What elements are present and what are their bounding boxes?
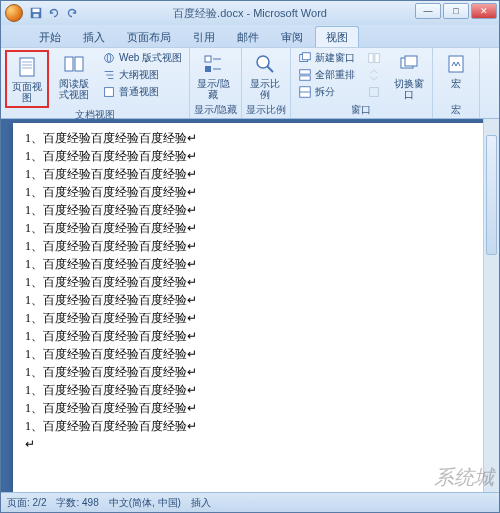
app-window: 百度经验.docx - Microsoft Word — □ ✕ 开始 插入 页… [0, 0, 500, 513]
macros-button[interactable]: 宏 [437, 50, 475, 91]
status-language[interactable]: 中文(简体, 中国) [109, 496, 181, 510]
quick-access-toolbar [29, 6, 79, 20]
outline-view-icon [102, 68, 116, 82]
document-line[interactable]: 1、百度经验百度经验百度经验↵ [25, 273, 479, 291]
tab-review[interactable]: 审阅 [271, 27, 313, 47]
document-line[interactable]: 1、百度经验百度经验百度经验↵ [25, 417, 479, 435]
document-line[interactable]: 1、百度经验百度经验百度经验↵ [25, 183, 479, 201]
showhide-button[interactable]: 显示/隐藏 [194, 50, 232, 102]
zoom-icon [253, 52, 277, 76]
svg-rect-7 [65, 57, 73, 71]
document-line[interactable]: 1、百度经验百度经验百度经验↵ [25, 255, 479, 273]
redo-icon[interactable] [65, 6, 79, 20]
svg-rect-22 [300, 76, 311, 80]
macros-label: 宏 [451, 78, 461, 89]
scroll-thumb[interactable] [486, 135, 497, 255]
new-window-button[interactable]: 新建窗口 [295, 50, 358, 66]
reading-view-button[interactable]: 阅读版式视图 [55, 50, 93, 102]
new-window-icon [298, 51, 312, 65]
document-area[interactable]: 1、百度经验百度经验百度经验↵1、百度经验百度经验百度经验↵1、百度经验百度经验… [1, 119, 499, 492]
titlebar: 百度经验.docx - Microsoft Word — □ ✕ [1, 1, 499, 25]
side-by-side-button[interactable] [364, 50, 384, 66]
tab-start[interactable]: 开始 [29, 27, 71, 47]
svg-rect-3 [20, 58, 34, 76]
svg-rect-14 [105, 88, 114, 97]
svg-rect-8 [75, 57, 83, 71]
minimize-button[interactable]: — [415, 3, 441, 19]
document-line[interactable]: 1、百度经验百度经验百度经验↵ [25, 219, 479, 237]
document-line[interactable]: 1、百度经验百度经验百度经验↵ [25, 147, 479, 165]
switch-windows-label: 切换窗口 [391, 78, 427, 100]
document-line[interactable]: 1、百度经验百度经验百度经验↵ [25, 237, 479, 255]
window-controls: — □ ✕ [413, 3, 497, 19]
document-line[interactable]: 1、百度经验百度经验百度经验↵ [25, 309, 479, 327]
document-line[interactable]: 1、百度经验百度经验百度经验↵ [25, 381, 479, 399]
svg-rect-29 [405, 56, 417, 66]
reading-view-icon [62, 52, 86, 76]
document-line[interactable]: 1、百度经验百度经验百度经验↵ [25, 399, 479, 417]
tab-references[interactable]: 引用 [183, 27, 225, 47]
showhide-label: 显示/隐藏 [195, 78, 231, 100]
page-view-label: 页面视图 [9, 81, 45, 103]
status-insert-mode[interactable]: 插入 [191, 496, 211, 510]
page-view-button[interactable]: 页面视图 [8, 53, 46, 105]
normal-view-icon [102, 85, 116, 99]
reading-view-label: 阅读版式视图 [56, 78, 92, 100]
statusbar: 页面: 2/2 字数: 498 中文(简体, 中国) 插入 [1, 492, 499, 512]
svg-rect-2 [33, 14, 38, 18]
switch-windows-icon [397, 52, 421, 76]
split-icon [298, 85, 312, 99]
macros-icon [444, 52, 468, 76]
document-page[interactable]: 1、百度经验百度经验百度经验↵1、百度经验百度经验百度经验↵1、百度经验百度经验… [13, 123, 487, 492]
status-words[interactable]: 字数: 498 [56, 496, 98, 510]
showhide-icon [201, 52, 225, 76]
reset-position-button[interactable] [364, 84, 384, 100]
split-button[interactable]: 拆分 [295, 84, 358, 100]
svg-rect-15 [205, 56, 211, 62]
document-line[interactable]: 1、百度经验百度经验百度经验↵ [25, 291, 479, 309]
group-label-zoom: 显示比例 [246, 103, 286, 118]
group-window: 新建窗口 全部重排 拆分 切换窗口 窗口 [291, 48, 433, 118]
document-line[interactable]: 1、百度经验百度经验百度经验↵ [25, 345, 479, 363]
close-button[interactable]: ✕ [471, 3, 497, 19]
tab-insert[interactable]: 插入 [73, 27, 115, 47]
status-page[interactable]: 页面: 2/2 [7, 496, 46, 510]
window-title: 百度经验.docx - Microsoft Word [173, 6, 327, 21]
maximize-button[interactable]: □ [443, 3, 469, 19]
group-macros: 宏 宏 [433, 48, 480, 118]
arrange-all-icon [298, 68, 312, 82]
normal-view-button[interactable]: 普通视图 [99, 84, 185, 100]
cursor-line[interactable]: ↵ [25, 435, 479, 453]
document-line[interactable]: 1、百度经验百度经验百度经验↵ [25, 327, 479, 345]
arrange-all-button[interactable]: 全部重排 [295, 67, 358, 83]
svg-rect-26 [375, 54, 379, 63]
outline-view-button[interactable]: 大纲视图 [99, 67, 185, 83]
svg-rect-21 [300, 70, 311, 74]
office-button[interactable] [5, 4, 23, 22]
svg-rect-16 [205, 66, 211, 72]
switch-windows-button[interactable]: 切换窗口 [390, 50, 428, 102]
svg-point-9 [105, 54, 114, 63]
document-line[interactable]: 1、百度经验百度经验百度经验↵ [25, 165, 479, 183]
document-line[interactable]: 1、百度经验百度经验百度经验↵ [25, 201, 479, 219]
sync-scroll-button[interactable] [364, 67, 384, 83]
svg-rect-30 [449, 56, 463, 72]
tab-view[interactable]: 视图 [315, 26, 359, 47]
reset-position-icon [367, 85, 381, 99]
undo-icon[interactable] [47, 6, 61, 20]
document-line[interactable]: 1、百度经验百度经验百度经验↵ [25, 363, 479, 381]
save-icon[interactable] [29, 6, 43, 20]
tab-mail[interactable]: 邮件 [227, 27, 269, 47]
sync-scroll-icon [367, 68, 381, 82]
page-view-icon [15, 55, 39, 79]
web-view-button[interactable]: Web 版式视图 [99, 50, 185, 66]
side-by-side-icon [367, 51, 381, 65]
document-line[interactable]: 1、百度经验百度经验百度经验↵ [25, 129, 479, 147]
tab-layout[interactable]: 页面布局 [117, 27, 181, 47]
vertical-scrollbar[interactable] [483, 119, 499, 492]
group-label-macros: 宏 [437, 103, 475, 118]
svg-point-10 [107, 54, 111, 63]
group-label-showhide: 显示/隐藏 [194, 103, 237, 118]
group-showhide: 显示/隐藏 显示/隐藏 [190, 48, 242, 118]
zoom-button[interactable]: 显示比例 [246, 50, 284, 102]
